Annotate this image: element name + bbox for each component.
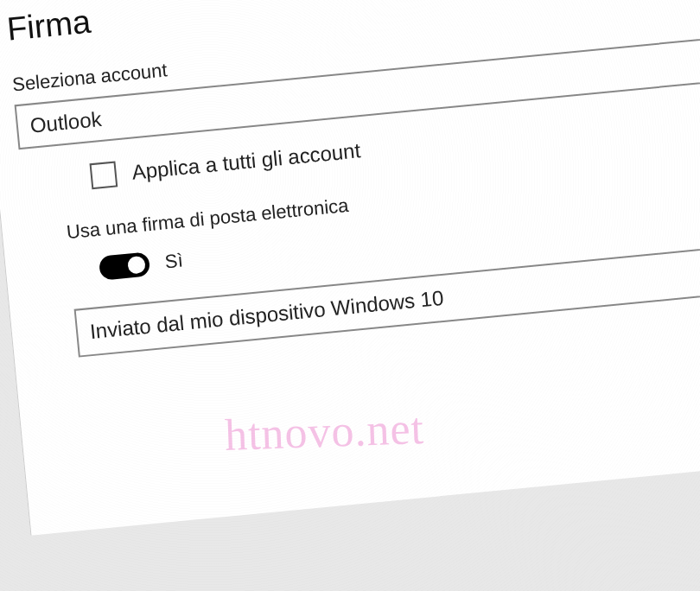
use-signature-toggle[interactable] [99,251,150,280]
toggle-knob-icon [127,256,146,275]
apply-all-checkbox[interactable] [90,161,118,189]
apply-all-label: Applica a tutti gli account [130,138,361,184]
toggle-state-label: Sì [164,250,184,274]
settings-panel: Firma Seleziona account ⌄ Applica a tutt… [0,0,700,536]
